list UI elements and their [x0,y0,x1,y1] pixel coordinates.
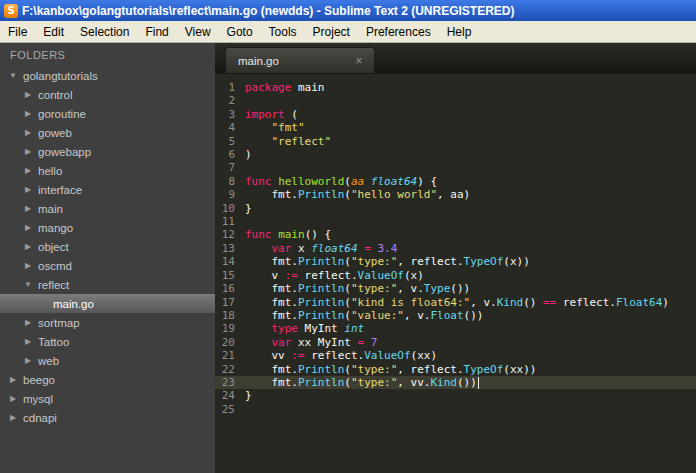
triangle-right-icon[interactable]: ▶ [23,147,33,156]
tree-folder-object[interactable]: ▶object [0,237,215,256]
line-number: 3 [215,108,245,121]
tab-label: main.go [238,55,279,67]
tree-folder-control[interactable]: ▶control [0,85,215,104]
code-line-18[interactable]: 18 fmt.Println("value:", v.Float()) [215,309,696,322]
triangle-right-icon[interactable]: ▶ [23,318,33,327]
code-line-20[interactable]: 20 var xx MyInt = 7 [215,336,696,349]
menu-item-view[interactable]: View [177,21,219,42]
code-line-24[interactable]: 24} [215,389,696,402]
menu-item-goto[interactable]: Goto [219,21,261,42]
tree-item-label: goweb [38,127,72,139]
tree-folder-goroutine[interactable]: ▶goroutine [0,104,215,123]
tree-folder-beego[interactable]: ▶beego [0,370,215,389]
triangle-right-icon[interactable]: ▶ [23,166,33,175]
triangle-right-icon[interactable]: ▶ [23,128,33,137]
code-line-15[interactable]: 15 v := reflect.ValueOf(x) [215,269,696,282]
code-line-6[interactable]: 6) [215,148,696,161]
triangle-down-icon[interactable]: ▼ [23,280,33,289]
code-text: var xx MyInt = 7 [245,336,377,349]
code-line-8[interactable]: 8func helloworld(aa float64) { [215,175,696,188]
tree-item-label: goroutine [38,108,86,120]
code-line-13[interactable]: 13 var x float64 = 3.4 [215,242,696,255]
menu-item-file[interactable]: File [0,21,35,42]
code-line-7[interactable]: 7 [215,161,696,174]
triangle-down-icon[interactable]: ▼ [8,71,18,80]
code-line-19[interactable]: 19 type MyInt int [215,322,696,335]
line-number: 5 [215,135,245,148]
tree-folder-goweb[interactable]: ▶goweb [0,123,215,142]
code-line-12[interactable]: 12func main() { [215,228,696,241]
code-line-4[interactable]: 4 "fmt" [215,121,696,134]
code-line-5[interactable]: 5 "reflect" [215,135,696,148]
menu-item-edit[interactable]: Edit [35,21,72,42]
code-line-14[interactable]: 14 fmt.Println("type:", reflect.TypeOf(x… [215,255,696,268]
code-line-25[interactable]: 25 [215,403,696,416]
triangle-right-icon[interactable]: ▶ [8,413,18,422]
triangle-right-icon[interactable]: ▶ [23,204,33,213]
triangle-right-icon[interactable]: ▶ [23,109,33,118]
menu-item-preferences[interactable]: Preferences [358,21,439,42]
tree-folder-mysql[interactable]: ▶mysql [0,389,215,408]
tree-folder-main[interactable]: ▶main [0,199,215,218]
triangle-right-icon[interactable]: ▶ [23,242,33,251]
line-number: 18 [215,309,245,322]
triangle-right-icon[interactable]: ▶ [23,185,33,194]
tree-folder-cdnapi[interactable]: ▶cdnapi [0,408,215,427]
line-number: 22 [215,363,245,376]
menu-item-find[interactable]: Find [137,21,176,42]
triangle-right-icon[interactable]: ▶ [23,337,33,346]
tree-folder-sortmap[interactable]: ▶sortmap [0,313,215,332]
line-number: 11 [215,215,245,228]
tab-close-icon[interactable]: × [352,54,366,68]
code-line-22[interactable]: 22 fmt.Println("type:", reflect.TypeOf(x… [215,363,696,376]
code-line-1[interactable]: 1package main [215,81,696,94]
code-line-23[interactable]: 23 fmt.Println("type:", vv.Kind()) [215,376,696,389]
tree-folder-gowebapp[interactable]: ▶gowebapp [0,142,215,161]
code-line-10[interactable]: 10} [215,202,696,215]
line-number: 24 [215,389,245,402]
code-line-21[interactable]: 21 vv := reflect.ValueOf(xx) [215,349,696,362]
menu-item-tools[interactable]: Tools [261,21,305,42]
code-line-2[interactable]: 2 [215,94,696,107]
tree-folder-web[interactable]: ▶web [0,351,215,370]
line-number: 21 [215,349,245,362]
editor-column: main.go × 1package main23import (4 "fmt"… [215,43,696,473]
menu-item-selection[interactable]: Selection [72,21,137,42]
code-line-16[interactable]: 16 fmt.Println("type:", v.Type()) [215,282,696,295]
code-text: "reflect" [245,135,331,148]
triangle-right-icon[interactable]: ▶ [23,356,33,365]
code-line-17[interactable]: 17 fmt.Println("kind is float64:", v.Kin… [215,296,696,309]
line-number: 9 [215,188,245,201]
code-text: vv := reflect.ValueOf(xx) [245,349,437,362]
triangle-right-icon[interactable]: ▶ [8,375,18,384]
tree-item-label: object [38,241,69,253]
tree-item-label: interface [38,184,82,196]
code-editor[interactable]: 1package main23import (4 "fmt"5 "reflect… [215,74,696,473]
menu-item-project[interactable]: Project [305,21,358,42]
tab-main-go[interactable]: main.go × [225,47,375,73]
tree-folder-golangtutorials[interactable]: ▼golangtutorials [0,66,215,85]
code-line-11[interactable]: 11 [215,215,696,228]
tree-folder-interface[interactable]: ▶interface [0,180,215,199]
code-text: package main [245,81,324,94]
tree-file-main.go[interactable]: main.go [0,294,215,313]
triangle-right-icon[interactable]: ▶ [23,90,33,99]
tree-folder-mango[interactable]: ▶mango [0,218,215,237]
code-line-3[interactable]: 3import ( [215,108,696,121]
code-text: fmt.Println("type:", vv.Kind()) [245,376,479,389]
triangle-right-icon[interactable]: ▶ [23,261,33,270]
code-text: fmt.Println("type:", v.Type()) [245,282,470,295]
tree-folder-reflect[interactable]: ▼reflect [0,275,215,294]
line-number: 7 [215,161,245,174]
menu-item-help[interactable]: Help [439,21,480,42]
triangle-right-icon[interactable]: ▶ [8,394,18,403]
line-number: 2 [215,94,245,107]
tree-folder-tattoo[interactable]: ▶Tattoo [0,332,215,351]
code-line-9[interactable]: 9 fmt.Println("hello world", aa) [215,188,696,201]
tree-folder-oscmd[interactable]: ▶oscmd [0,256,215,275]
triangle-right-icon[interactable]: ▶ [23,223,33,232]
title-bar[interactable]: S F:\kanbox\golangtutorials\reflect\main… [0,0,696,21]
window-title: F:\kanbox\golangtutorials\reflect\main.g… [22,4,515,18]
sidebar: FOLDERS ▼golangtutorials▶control▶gorouti… [0,43,215,473]
tree-folder-hello[interactable]: ▶hello [0,161,215,180]
